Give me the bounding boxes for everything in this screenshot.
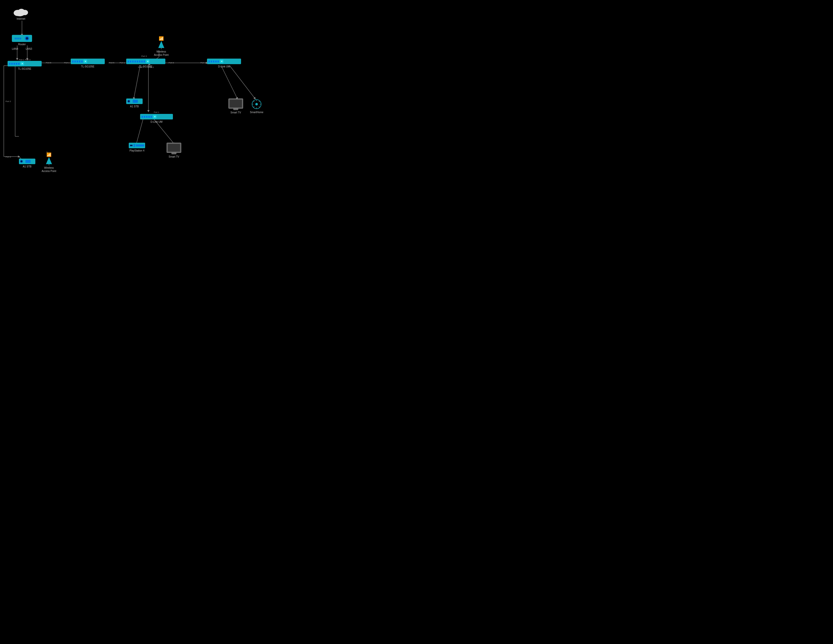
tv-mid-node: Smart TV xyxy=(167,143,181,158)
router-node: Router LAN4 LAN3 xyxy=(12,35,32,50)
port-2-label-108: Port 2 xyxy=(148,66,154,68)
stb-left-node: A1 STB xyxy=(19,159,35,168)
smarthome-icon xyxy=(251,98,262,110)
switch-mid-label: TL-SG105E xyxy=(81,65,95,68)
switch-left-device: ✕ xyxy=(8,61,42,66)
svg-line-35 xyxy=(259,106,260,108)
port-1-label-dlink: Port 1 xyxy=(200,62,206,64)
dlink-right-node: ✕ D-Link UM Port 1 xyxy=(207,59,241,68)
ps4-node: PlayStation 4 xyxy=(129,143,145,152)
stb-mid-label: A1 STB xyxy=(130,105,138,108)
wap-left-node: 📶 Wireless Access Point xyxy=(42,151,56,173)
wap-left-label: Wireless Access Point xyxy=(42,166,56,173)
wap-left-line2: Access Point xyxy=(42,170,56,172)
smarthome-node: SmartHome xyxy=(250,98,263,114)
svg-marker-39 xyxy=(46,157,52,164)
svg-point-24 xyxy=(15,11,25,16)
port-1-label-left: Port 1 xyxy=(19,59,24,61)
port-3-label-left: Port 3 xyxy=(25,59,30,61)
smarthome-label: SmartHome xyxy=(250,111,263,114)
router-lan3-label: LAN3 xyxy=(26,47,32,50)
stb-left-label: A1 STB xyxy=(23,165,31,168)
wap-left-icon: 📶 xyxy=(44,151,54,166)
port-1-label-108: Port 1 xyxy=(120,62,125,64)
svg-marker-26 xyxy=(158,41,164,48)
tv-right-device xyxy=(228,98,243,109)
port-1-label-mid: Port 1 xyxy=(64,62,69,64)
stb-mid-device xyxy=(126,98,143,104)
cloud-icon xyxy=(12,5,30,16)
port-5-label-left: Port 5 xyxy=(46,62,51,64)
ps4-label: PlayStation 4 xyxy=(130,149,145,152)
dlink-mid-node: Port 1 ✕ D-Link UM xyxy=(140,111,173,124)
wap-top-icon: 📶 xyxy=(156,35,166,49)
dlink-mid-device: ✕ xyxy=(140,114,173,119)
port-7-label-108: Port 7 xyxy=(138,66,143,68)
port-8-label-108: Port 8 xyxy=(169,62,174,64)
wap-left-line1: Wireless xyxy=(44,166,54,169)
dlink-right-device: ✕ xyxy=(207,59,241,64)
port-1-label-dlinkmid: Port 1 xyxy=(154,111,159,113)
tv-mid-stand xyxy=(171,153,177,154)
dlink-mid-label: D-Link UM xyxy=(150,120,162,124)
port-3-label-108: Port 3 xyxy=(142,55,147,57)
svg-line-36 xyxy=(259,101,260,102)
svg-point-29 xyxy=(256,103,258,106)
dlink-right-label: D-Link UM xyxy=(218,65,230,68)
ps4-device xyxy=(129,143,145,148)
switch-left-node: Port 1 Port 3 ✕ TL-SG105E Port 5 xyxy=(8,59,42,71)
wap-top-label: Wireless Access Point xyxy=(154,50,169,56)
svg-line-9 xyxy=(134,66,140,98)
svg-line-37 xyxy=(253,106,254,108)
tv-mid-device xyxy=(167,143,181,153)
switch-108e-device: ✕ xyxy=(126,59,165,64)
stb-left-device xyxy=(19,159,35,164)
tv-right-label: Smart TV xyxy=(230,111,241,114)
port-4-line-label: Port 4 xyxy=(6,154,11,159)
router-label: Router xyxy=(18,43,26,46)
switch-mid-device: ✕ xyxy=(71,59,105,64)
tv-mid-label: Smart TV xyxy=(169,155,179,158)
router-lan4-label: LAN4 xyxy=(12,47,18,50)
svg-text:📶: 📶 xyxy=(47,152,51,157)
port-5-label-mid: Port 5 xyxy=(109,62,114,64)
tv-right-stand xyxy=(233,109,238,110)
svg-line-10 xyxy=(221,66,237,98)
router-device xyxy=(12,35,32,42)
switch-mid-node: ✕ TL-SG105E Port 1 Port 5 xyxy=(71,59,105,68)
internet-label: Internet xyxy=(17,17,25,21)
wap-top-node: 📶 Wireless Access Point xyxy=(154,35,169,56)
port-2-line-label: Port 2 xyxy=(6,98,11,103)
wap-top-line1: Wireless xyxy=(156,50,166,53)
svg-text:📶: 📶 xyxy=(159,36,164,41)
switch-left-label: TL-SG105E xyxy=(18,67,31,71)
wap-top-line2: Access Point xyxy=(154,53,169,56)
tv-right-node: Smart TV xyxy=(228,98,243,114)
internet-cloud-node: Internet xyxy=(12,5,30,21)
stb-mid-node: A1 STB xyxy=(126,98,143,108)
svg-line-34 xyxy=(253,101,254,102)
svg-line-11 xyxy=(230,66,255,98)
network-diagram: Internet Router LAN4 LAN3 Port 1 Port 3 xyxy=(0,0,278,215)
